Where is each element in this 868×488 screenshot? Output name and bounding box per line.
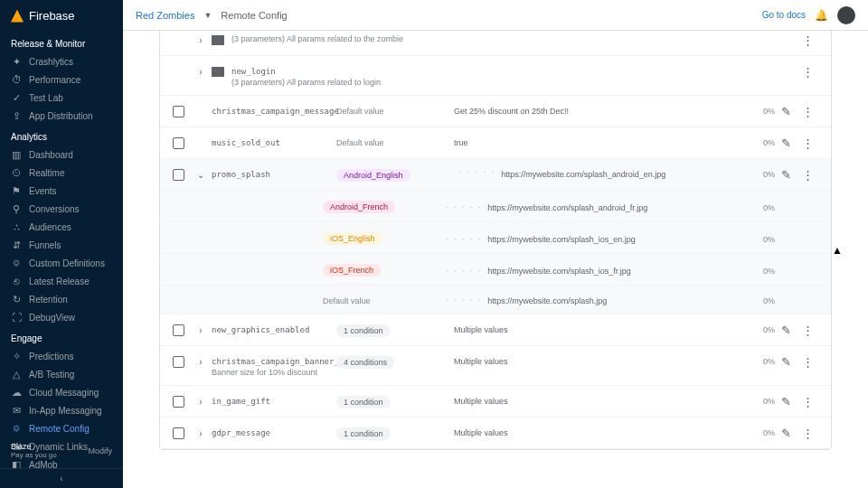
chevron-down-icon[interactable]: ▼ xyxy=(203,11,212,20)
docs-link[interactable]: Go to docs xyxy=(762,10,806,20)
more-icon[interactable]: ⋮ xyxy=(797,394,818,408)
more-icon[interactable]: ⋮ xyxy=(797,354,818,369)
checkbox[interactable] xyxy=(173,137,184,149)
param-row[interactable]: ›new_graphics_enabled1 conditionMultiple… xyxy=(160,314,831,346)
sidebar-item-latest-release[interactable]: ⎋Latest Release xyxy=(0,272,123,290)
project-dropdown[interactable]: Red Zombies xyxy=(136,10,194,21)
breadcrumb: Remote Config xyxy=(221,10,287,21)
chevron-down-icon[interactable]: ⌄ xyxy=(195,170,206,180)
sidebar-item-predictions[interactable]: ✧Predictions xyxy=(0,347,123,365)
sidebar: Firebase Release & Monitor ✦Crashlytics⏱… xyxy=(0,0,123,488)
section-analytics: Analytics xyxy=(0,125,123,145)
sidebar-item-test-lab[interactable]: ✓Test Lab xyxy=(0,89,123,107)
checkbox[interactable] xyxy=(173,106,184,117)
checkbox[interactable] xyxy=(173,324,184,336)
checkbox[interactable] xyxy=(173,396,184,408)
sidebar-item-conversions[interactable]: ⚲Conversions xyxy=(0,200,123,218)
more-icon[interactable]: ⋮ xyxy=(797,136,818,150)
performance-icon: ⏱ xyxy=(11,74,22,85)
edit-icon[interactable]: ✎ xyxy=(775,394,797,408)
more-icon[interactable]: ⋮ xyxy=(797,323,818,337)
param-row[interactable]: ›in_game_gift1 conditionMultiple values0… xyxy=(160,386,831,418)
realtime-icon: ⏲ xyxy=(11,167,22,178)
edit-icon[interactable]: ✎ xyxy=(775,167,797,182)
collapse-sidebar[interactable]: ‹ xyxy=(0,468,123,488)
folder-icon xyxy=(212,35,224,45)
notifications-icon[interactable]: 🔔 xyxy=(815,9,828,22)
chevron-right-icon[interactable]: › xyxy=(195,428,206,438)
sidebar-item-custom-definitions[interactable]: ⛭Custom Definitions xyxy=(0,254,123,272)
in-app-messaging-icon: ✉ xyxy=(11,405,22,416)
condition-chip: iOS_French xyxy=(323,264,381,277)
sidebar-item-dashboard[interactable]: ▥Dashboard xyxy=(0,145,123,164)
condition: 1 condition xyxy=(336,394,454,408)
plan-sub: Pay as you go xyxy=(11,451,57,459)
sidebar-item-retention[interactable]: ↻Retention xyxy=(0,290,123,308)
param-row[interactable]: ›christmas_campaign_banner_sizeBanner si… xyxy=(160,346,831,386)
edit-icon[interactable]: ✎ xyxy=(775,323,797,337)
sidebar-item-debugview[interactable]: ⛶DebugView xyxy=(0,308,123,326)
param-value: true xyxy=(454,136,739,147)
more-icon[interactable]: ⋮ xyxy=(797,64,818,79)
app-distribution-icon: ⇪ xyxy=(11,110,22,121)
dashboard-icon: ▥ xyxy=(11,149,22,160)
param-name: in_game_gift xyxy=(212,394,336,406)
sidebar-item-realtime[interactable]: ⏲Realtime xyxy=(0,164,123,182)
condition: 1 condition xyxy=(336,426,454,440)
group-row[interactable]: › (3 parameters) All params related to t… xyxy=(160,31,831,56)
sidebar-item-remote-config[interactable]: ⛭Remote Config xyxy=(0,419,123,437)
param-name: christmas_campaign_message xyxy=(212,104,336,116)
more-icon[interactable]: ⋮ xyxy=(797,426,818,440)
sidebar-item-in-app-messaging[interactable]: ✉In-App Messaging xyxy=(0,401,123,419)
sidebar-item-cloud-messaging[interactable]: ☁Cloud Messaging xyxy=(0,383,123,401)
edit-icon[interactable]: ✎ xyxy=(775,136,797,150)
edit-icon[interactable]: ✎ xyxy=(775,104,797,118)
group-row[interactable]: › new_login (3 parameters) All params re… xyxy=(160,56,831,96)
condition-row: Android_French- - - - -https://mywebsite… xyxy=(160,191,831,222)
checkbox[interactable] xyxy=(173,427,184,439)
sidebar-item-funnels[interactable]: ⇵Funnels xyxy=(0,236,123,254)
chevron-right-icon[interactable]: › xyxy=(195,67,206,77)
content-scroll[interactable]: › (3 parameters) All params related to t… xyxy=(123,31,868,488)
more-icon[interactable]: ⋮ xyxy=(797,104,818,118)
chevron-right-icon[interactable]: › xyxy=(195,397,206,407)
sidebar-item-crashlytics[interactable]: ✦Crashlytics xyxy=(0,52,123,70)
param-value: Multiple values xyxy=(454,394,739,406)
conversions-icon: ⚲ xyxy=(11,203,22,214)
param-row[interactable]: music_sold_outDefault valuetrue0%✎⋮ xyxy=(160,127,831,159)
audiences-icon: ⛬ xyxy=(11,221,22,232)
checkbox[interactable] xyxy=(173,169,184,181)
param-value: Multiple values xyxy=(454,354,739,366)
sidebar-item-performance[interactable]: ⏱Performance xyxy=(0,70,123,89)
edit-icon[interactable]: ✎ xyxy=(775,426,797,440)
param-row[interactable]: ›gdpr_message1 conditionMultiple values0… xyxy=(160,418,831,449)
chevron-right-icon[interactable]: › xyxy=(195,325,206,335)
plan-name: Blaze xyxy=(11,442,57,451)
sidebar-item-app-distribution[interactable]: ⇪App Distribution xyxy=(0,107,123,125)
sidebar-item-events[interactable]: ⚑Events xyxy=(0,182,123,200)
avatar[interactable] xyxy=(837,6,855,24)
chevron-right-icon[interactable]: › xyxy=(195,357,206,367)
test-lab-icon: ✓ xyxy=(11,92,22,103)
latest-release-icon: ⎋ xyxy=(11,276,22,286)
plan-box: Blaze Pay as you go Modify xyxy=(0,436,123,465)
condition-chip: iOS_English xyxy=(323,232,382,245)
events-icon: ⚑ xyxy=(11,185,22,196)
cloud-messaging-icon: ☁ xyxy=(11,387,22,398)
more-icon[interactable]: ⋮ xyxy=(797,167,818,182)
edit-icon[interactable]: ✎ xyxy=(775,354,797,369)
condition-row: iOS_English- - - - -https://mywebsite.co… xyxy=(160,222,831,254)
param-name: christmas_campaign_banner_sizeBanner siz… xyxy=(212,354,336,377)
more-icon[interactable]: ⋮ xyxy=(797,33,818,47)
param-row[interactable]: christmas_campaign_messageDefault valueG… xyxy=(160,96,831,127)
checkbox[interactable] xyxy=(173,356,184,368)
debugview-icon: ⛶ xyxy=(11,312,22,323)
a-b-testing-icon: △ xyxy=(11,369,22,380)
sidebar-item-a-b-testing[interactable]: △A/B Testing xyxy=(0,365,123,383)
sidebar-item-audiences[interactable]: ⛬Audiences xyxy=(0,218,123,236)
plan-modify[interactable]: Modify xyxy=(88,446,112,455)
chevron-right-icon[interactable]: › xyxy=(195,35,206,45)
condition-chip: Android_French xyxy=(323,201,395,213)
param-row-expanded[interactable]: ⌄promo_splashAndroid_English- - - - -htt… xyxy=(160,159,831,191)
brand[interactable]: Firebase xyxy=(0,0,123,32)
